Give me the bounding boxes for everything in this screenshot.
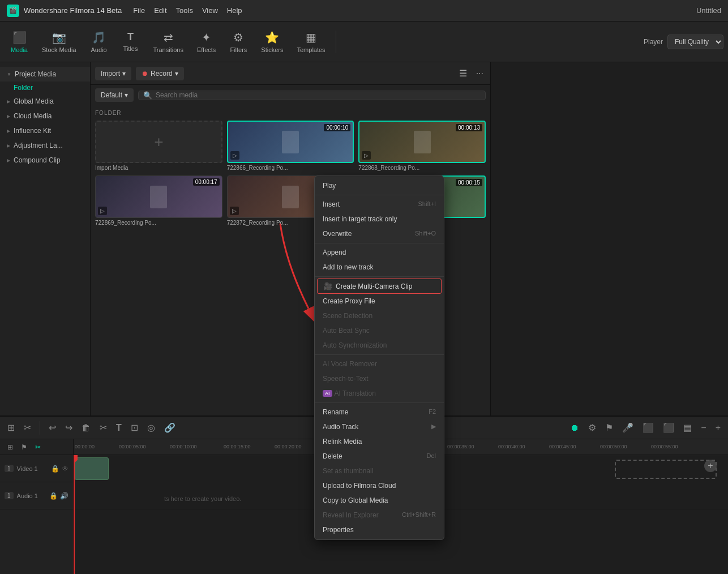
ctx-properties[interactable]: Properties bbox=[315, 522, 444, 537]
sidebar-folder[interactable]: Folder bbox=[0, 82, 90, 94]
media-thumbnail[interactable]: 00:00:13 ▷ bbox=[358, 121, 486, 163]
tl-zoom-out-btn[interactable]: − bbox=[698, 421, 709, 435]
transitions-label: Transitions bbox=[153, 46, 183, 53]
templates-label: Templates bbox=[297, 46, 325, 53]
titles-icon: T bbox=[127, 31, 134, 43]
tl-grid-btn[interactable]: ⊞ bbox=[5, 441, 16, 453]
tl-ai-cut-btn[interactable]: ✂ bbox=[32, 441, 44, 453]
toolbar-effects[interactable]: ✦ Effects bbox=[191, 27, 221, 57]
tl-flag-btn[interactable]: ⚑ bbox=[18, 441, 30, 453]
ctx-add-new-track[interactable]: Add to new track bbox=[315, 260, 444, 275]
ruler-mark-0: 00:00:00 bbox=[75, 444, 95, 449]
menu-bar: File Edit Tools View Help bbox=[133, 6, 242, 15]
ctx-copy-global[interactable]: Copy to Global Media bbox=[315, 493, 444, 508]
list-item[interactable]: 00:00:17 ▷ 722869_Recording Po... bbox=[95, 175, 222, 226]
tl-crop-btn[interactable]: ⊡ bbox=[128, 420, 141, 435]
menu-tools[interactable]: Tools bbox=[176, 6, 193, 15]
tl-redo-btn[interactable]: ↪ bbox=[62, 420, 75, 435]
ruler-mark-4: 00:00:20:00 bbox=[275, 444, 302, 449]
tl-mic-btn[interactable]: 🎤 bbox=[619, 420, 636, 435]
search-input[interactable] bbox=[156, 91, 481, 99]
default-dropdown[interactable]: Default ▾ bbox=[95, 88, 134, 102]
tl-marker-btn[interactable]: ⚑ bbox=[602, 420, 616, 435]
toolbar-audio[interactable]: 🎵 Audio bbox=[84, 27, 114, 57]
window-title: Untitled bbox=[696, 6, 721, 15]
ctx-play[interactable]: Play bbox=[315, 178, 444, 193]
ctx-upload-filmora[interactable]: Upload to Filmora Cloud bbox=[315, 478, 444, 493]
sidebar-item-influence-kit[interactable]: ▶ Influence Kit bbox=[0, 123, 90, 138]
toolbar-stock-media[interactable]: 📷 Stock Media bbox=[36, 27, 82, 57]
tl-undo-btn[interactable]: ↩ bbox=[46, 420, 59, 435]
ctx-insert[interactable]: Insert Shift+I bbox=[315, 197, 444, 212]
clip-placeholder bbox=[615, 460, 717, 479]
append-label: Append bbox=[323, 249, 346, 256]
record-button[interactable]: ⏺ Record ▾ bbox=[136, 67, 184, 80]
tl-settings-btn[interactable]: ⚙ bbox=[585, 420, 599, 435]
video1-lock-icon[interactable]: 🔒 bbox=[51, 465, 59, 473]
record-dot-icon: ⏺ bbox=[142, 70, 148, 78]
playhead bbox=[74, 455, 75, 574]
ctx-create-multicam[interactable]: 🎥 Create Multi-Camera Clip bbox=[317, 279, 442, 294]
tl-delete-btn[interactable]: 🗑 bbox=[79, 421, 93, 435]
video-clip[interactable] bbox=[75, 457, 109, 480]
menu-edit[interactable]: Edit bbox=[154, 6, 166, 15]
sidebar-item-project-media[interactable]: ▼ Project Media bbox=[0, 67, 90, 82]
list-item[interactable]: 00:00:13 ▷ 722868_Recording Po... bbox=[358, 121, 486, 171]
import-button[interactable]: Import ▾ bbox=[95, 67, 131, 80]
video1-hide-icon[interactable]: 👁 bbox=[62, 465, 68, 473]
tl-record-btn[interactable]: ⏺ bbox=[567, 421, 582, 435]
tl-right-controls: ⏺ ⚙ ⚑ 🎤 ⬛ ⬛ ▤ − + bbox=[567, 420, 723, 435]
media-type-icon: ▷ bbox=[362, 151, 371, 160]
menu-help[interactable]: Help bbox=[227, 6, 242, 15]
ctx-relink-media[interactable]: Relink Media bbox=[315, 434, 444, 449]
ctx-set-thumbnail: Set as thumbnail bbox=[315, 464, 444, 478]
ctx-append[interactable]: Append bbox=[315, 245, 444, 260]
ctx-separator-4 bbox=[315, 354, 444, 355]
tl-text-btn[interactable]: T bbox=[113, 421, 125, 435]
tl-color-btn[interactable]: ◎ bbox=[144, 420, 158, 435]
ctx-insert-target[interactable]: Insert in target track only bbox=[315, 212, 444, 226]
audio1-label: Audio 1 bbox=[17, 492, 38, 499]
toolbar-filters[interactable]: ⚙ Filters bbox=[224, 27, 253, 57]
list-item[interactable]: + Import Media bbox=[95, 121, 222, 171]
toolbar-stickers[interactable]: ⭐ Stickers bbox=[255, 27, 289, 57]
tl-scene-btn[interactable]: ⊞ bbox=[5, 420, 18, 435]
quality-select[interactable]: Full Quality bbox=[667, 35, 723, 49]
media-thumbnail[interactable]: 00:00:10 ▷ bbox=[227, 121, 354, 163]
sidebar-item-adjustment[interactable]: ▶ Adjustment La... bbox=[0, 138, 90, 153]
import-placeholder[interactable]: + bbox=[95, 121, 222, 163]
audio1-lock-icon[interactable]: 🔒 bbox=[49, 492, 58, 500]
toolbar-media[interactable]: ⬛ Media bbox=[5, 27, 34, 57]
menu-view[interactable]: View bbox=[202, 6, 218, 15]
ctx-overwrite[interactable]: Overwrite Shift+O bbox=[315, 226, 444, 241]
ctx-audio-track[interactable]: Audio Track ▶ bbox=[315, 419, 444, 434]
media-thumbnail[interactable]: 00:00:17 ▷ bbox=[95, 175, 222, 218]
toolbar-templates[interactable]: ▦ Templates bbox=[291, 27, 331, 57]
more-options-button[interactable]: ··· bbox=[474, 66, 486, 81]
ctx-create-proxy[interactable]: Create Proxy File bbox=[315, 294, 444, 309]
ruler-mark-8: 00:00:50:00 bbox=[600, 444, 627, 449]
app-name: Wondershare Filmora 14 Beta bbox=[24, 6, 122, 15]
tl-link-btn[interactable]: 🔗 bbox=[161, 420, 178, 435]
delete-label: Delete bbox=[323, 452, 342, 460]
ctx-delete[interactable]: Delete Del bbox=[315, 449, 444, 464]
tl-magnet-btn[interactable]: ✂ bbox=[21, 420, 34, 435]
tl-split-audio-btn[interactable]: ⬛ bbox=[660, 420, 677, 435]
sidebar-item-compound-clip[interactable]: ▶ Compound Clip bbox=[0, 153, 90, 168]
tl-voiceover-btn[interactable]: ⬛ bbox=[640, 420, 657, 435]
sidebar-item-cloud-media[interactable]: ▶ Cloud Media bbox=[0, 109, 90, 123]
tl-split-btn[interactable]: ✂ bbox=[97, 420, 110, 435]
tl-subtitle-btn[interactable]: ▤ bbox=[680, 420, 695, 435]
toolbar-titles[interactable]: T Titles bbox=[116, 28, 145, 55]
ctx-rename[interactable]: Rename F2 bbox=[315, 405, 444, 419]
menu-file[interactable]: File bbox=[133, 6, 145, 15]
media-filename: 722866_Recording Po... bbox=[227, 165, 354, 171]
list-item[interactable]: 00:00:10 ▷ 722866_Recording Po... bbox=[227, 121, 354, 171]
app-logo: 🎬 bbox=[7, 5, 19, 17]
sidebar-item-global-media[interactable]: ▶ Global Media bbox=[0, 94, 90, 109]
tl-zoom-in-btn[interactable]: + bbox=[713, 421, 723, 435]
toolbar-transitions[interactable]: ⇄ Transitions bbox=[148, 27, 189, 57]
global-media-label: Global Media bbox=[14, 97, 54, 105]
audio1-mute-icon[interactable]: 🔊 bbox=[60, 492, 68, 500]
filter-icon-button[interactable]: ☰ bbox=[457, 66, 469, 81]
